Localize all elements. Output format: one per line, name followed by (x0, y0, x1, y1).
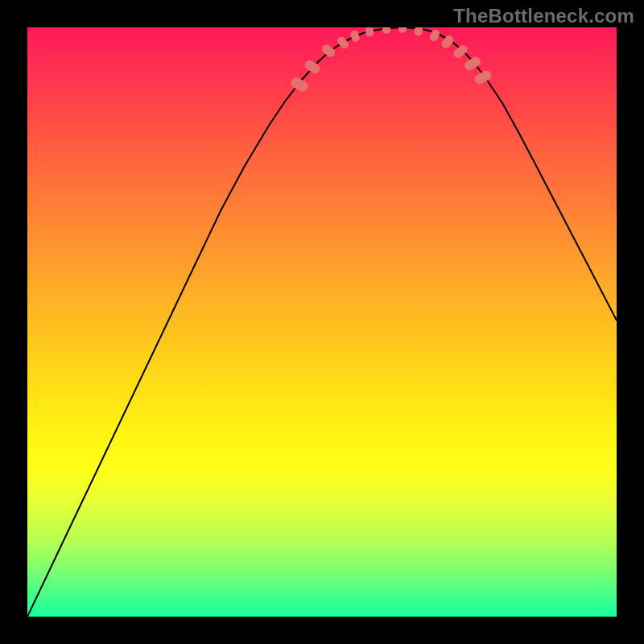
curve-layer (27, 27, 617, 617)
watermark-text: TheBottleneck.com (453, 5, 634, 27)
plot-area (27, 27, 617, 617)
curve-marker (382, 27, 390, 34)
chart-frame: TheBottleneck.com (0, 0, 644, 644)
curve-marker (336, 35, 350, 51)
curve-marker (428, 28, 440, 43)
bottleneck-curve (27, 27, 617, 617)
curve-marker (414, 27, 423, 36)
curve-marker (349, 30, 361, 43)
curve-marker (452, 43, 469, 60)
curve-marker (473, 69, 493, 86)
curve-marker (365, 27, 374, 37)
curve-marker (320, 43, 337, 59)
curve-marker (398, 27, 407, 33)
